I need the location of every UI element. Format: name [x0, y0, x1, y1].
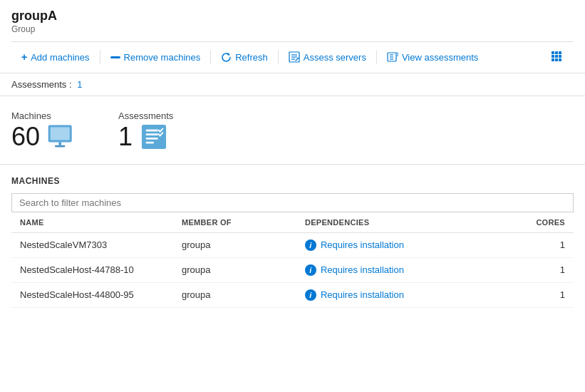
machine-name-cell: NestedScaleHost-44800-95	[11, 282, 173, 307]
refresh-button[interactable]: Refresh	[211, 48, 278, 67]
assessments-count-link[interactable]: 1	[77, 79, 82, 90]
assessments-value-row: 1	[118, 124, 173, 150]
view-assessments-button[interactable]: View assessments	[377, 47, 488, 67]
info-icon: i	[305, 239, 316, 251]
page-header: groupA Group + Add machines Remove machi…	[0, 0, 585, 73]
view-icon	[387, 51, 398, 63]
dep-link[interactable]: Requires installation	[321, 289, 404, 300]
assess-icon	[289, 51, 300, 63]
machine-dep-cell: iRequires installation	[296, 282, 512, 307]
machine-dep-cell: iRequires installation	[296, 232, 512, 257]
machines-heading: MACHINES	[11, 176, 574, 186]
dep-link[interactable]: Requires installation	[321, 239, 404, 250]
machines-count: 60	[11, 124, 40, 150]
refresh-icon	[221, 52, 232, 63]
svg-point-22	[59, 143, 61, 145]
assessments-stat: Assessments 1	[118, 110, 173, 150]
table-row: NestedScaleHost-44788-10groupaiRequires …	[11, 257, 574, 282]
machine-name-cell: NestedScaleHost-44788-10	[11, 257, 173, 282]
grid-view-button[interactable]	[545, 46, 568, 68]
svg-rect-17	[559, 58, 561, 61]
svg-rect-25	[146, 133, 158, 135]
machine-cores-cell: 1	[512, 257, 574, 282]
svg-rect-19	[51, 127, 70, 140]
info-icon: i	[305, 264, 316, 276]
svg-rect-9	[552, 51, 554, 54]
svg-rect-26	[146, 138, 158, 140]
svg-rect-14	[559, 55, 561, 58]
svg-rect-12	[552, 55, 554, 58]
machine-name-cell: NestedScaleVM7303	[11, 232, 173, 257]
svg-rect-24	[146, 129, 158, 131]
minus-icon	[110, 56, 120, 58]
table-row: NestedScaleVM7303groupaiRequires install…	[11, 232, 574, 257]
svg-rect-13	[555, 55, 558, 58]
page-subtitle: Group	[11, 24, 574, 34]
machine-dep-cell: iRequires installation	[296, 257, 512, 282]
machines-label: Machines	[11, 110, 76, 121]
machine-cores-cell: 1	[512, 232, 574, 257]
search-input[interactable]	[11, 193, 574, 212]
machines-value-row: 60	[11, 124, 76, 150]
col-header-dependencies: DEPENDENCIES	[296, 212, 512, 233]
svg-rect-11	[559, 51, 561, 54]
machines-table: NAME MEMBER OF DEPENDENCIES CORES Nested…	[11, 212, 574, 308]
svg-rect-15	[552, 58, 554, 61]
col-header-member: MEMBER OF	[173, 212, 296, 233]
machine-cores-cell: 1	[512, 282, 574, 307]
assessments-label: Assessments	[118, 110, 173, 121]
plus-icon: +	[21, 51, 27, 63]
col-header-cores: CORES	[512, 212, 574, 233]
assessments-count: 1	[118, 124, 133, 150]
machines-stat: Machines 60	[11, 110, 76, 150]
svg-rect-10	[555, 51, 558, 54]
machine-member-cell: groupa	[173, 232, 296, 257]
machine-member-cell: groupa	[173, 257, 296, 282]
svg-rect-0	[110, 56, 120, 58]
remove-machines-button[interactable]: Remove machines	[100, 48, 211, 67]
svg-rect-21	[55, 145, 65, 147]
assessments-bar: Assessments : 1	[0, 73, 585, 96]
assess-servers-button[interactable]: Assess servers	[279, 47, 376, 67]
stats-section: Machines 60 Assessments	[0, 96, 585, 165]
table-header-row: NAME MEMBER OF DEPENDENCIES CORES	[11, 212, 574, 233]
machine-member-cell: groupa	[173, 282, 296, 307]
col-header-name: NAME	[11, 212, 173, 233]
page-title: groupA	[11, 9, 574, 24]
assessment-list-icon	[140, 124, 168, 150]
toolbar: + Add machines Remove machines Refresh	[11, 41, 574, 73]
svg-rect-16	[555, 58, 558, 61]
svg-rect-27	[146, 141, 154, 143]
add-machines-button[interactable]: + Add machines	[11, 47, 100, 67]
computer-icon	[47, 124, 76, 150]
table-row: NestedScaleHost-44800-95groupaiRequires …	[11, 282, 574, 307]
machines-section: MACHINES NAME MEMBER OF DEPENDENCIES COR…	[0, 165, 585, 308]
grid-icon	[551, 51, 562, 64]
toolbar-right	[545, 46, 574, 68]
info-icon: i	[305, 289, 316, 301]
dep-link[interactable]: Requires installation	[321, 264, 404, 275]
